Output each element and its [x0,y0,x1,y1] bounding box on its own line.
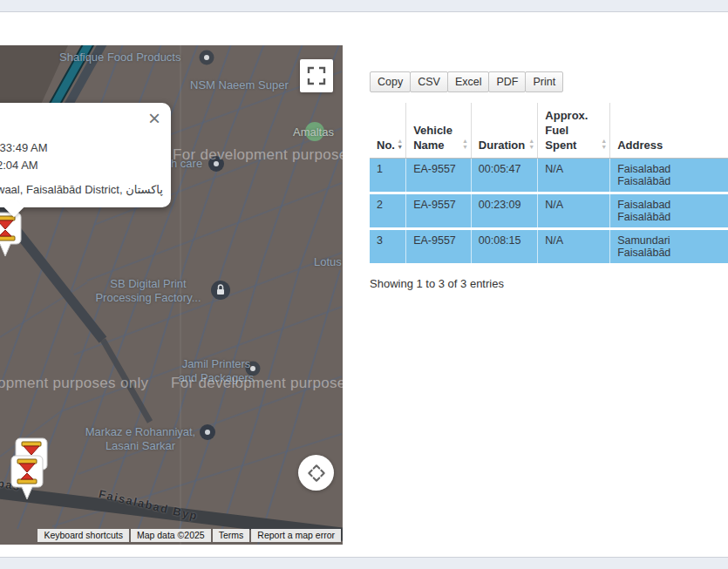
table-header-row: No. Vehicle Name Duration Approx. Fuel S… [370,103,728,159]
map-canvas[interactable]: Shafique Food Products NSM Naeem Super A… [0,45,343,545]
fullscreen-button[interactable] [300,59,333,92]
copy-button[interactable]: Copy [370,71,411,92]
column-header-fuel-spent[interactable]: Approx. Fuel Spent [538,103,610,159]
map-infowindow: × :33:49 AM 2:04 AM waal, Faisalābād Dis… [0,103,171,207]
sort-icon [528,139,534,150]
stop-marker-3-hourglass-icon[interactable] [10,455,44,502]
table-row[interactable]: 2 EA-9557 00:23:09 N/A FaisalabadFaisalā… [370,193,728,229]
keyboard-shortcuts-link[interactable]: Keyboard shortcuts [37,529,128,542]
map-label-markaz-line1: Markaz e Rohanniyat, [85,425,195,438]
map-data-copyright: Map data ©2025 [131,529,211,542]
cell-fuel: N/A [538,159,610,193]
map-label-amaltas: Amaltas [293,125,334,139]
cell-vehicle: EA-9557 [406,193,472,229]
stop-marker-1-hourglass-icon[interactable] [0,212,23,259]
table-row[interactable]: 1 EA-9557 00:05:47 N/A FaisalabadFaisalā… [370,159,728,193]
table-row[interactable]: 3 EA-9557 00:08:15 N/A SamundariFaisalāb… [370,229,728,265]
pdf-button[interactable]: PDF [488,71,526,92]
cell-address: FaisalabadFaisalābād [610,159,728,193]
cell-vehicle: EA-9557 [406,229,472,265]
map-attribution: Keyboard shortcuts Map data ©2025 Terms … [37,529,341,542]
cell-no: 3 [370,229,406,265]
cell-no: 1 [370,159,406,193]
sort-icon [462,139,468,150]
infowindow-time-end: 2:04 AM [0,159,38,172]
column-header-vehicle-name[interactable]: Vehicle Name [406,103,472,159]
excel-button[interactable]: Excel [447,71,490,92]
bottom-bar [0,557,728,569]
export-button-group: Copy CSV Excel PDF Print [370,71,728,92]
dev-watermark-1: For development purposes on [173,146,343,164]
cell-duration: 00:23:09 [471,193,537,229]
cell-fuel: N/A [538,229,610,265]
column-header-address[interactable]: Address [610,103,728,159]
column-header-duration[interactable]: Duration [471,103,537,159]
cell-no: 2 [370,193,406,229]
close-icon[interactable]: × [148,108,160,129]
cell-vehicle: EA-9557 [406,159,472,193]
report-map-error-link[interactable]: Report a map error [251,529,341,542]
column-header-no[interactable]: No. [370,103,406,159]
map-label-lotus: Lotus [314,255,342,269]
map-label-sb-line1: SB Digital Print [110,277,186,290]
dev-watermark-2: opment purposes only [0,375,148,392]
top-bar [0,0,728,12]
map-label-markaz-line2: Lasani Sarkar [105,439,175,452]
pan-button[interactable] [298,455,334,491]
map-label-jamil-line1: Jamil Printers [182,357,251,370]
cell-fuel: N/A [538,193,610,229]
map-label-nsm: NSM Naeem Super [190,78,289,92]
csv-button[interactable]: CSV [410,71,448,92]
print-button[interactable]: Print [525,71,563,92]
table-summary: Showing 1 to 3 of 3 entries [370,277,728,290]
map-label-shafique: Shafique Food Products [59,51,180,64]
infowindow-time-start: :33:49 AM [0,141,48,154]
cell-address: FaisalabadFaisalābād [610,193,728,229]
sort-icon [601,139,607,150]
sort-icon [397,139,403,150]
map-label-sb-line2: Processing Factory... [95,291,201,304]
cell-address: SamundariFaisalābād [610,229,728,265]
cell-duration: 00:08:15 [471,229,537,265]
terms-link[interactable]: Terms [213,529,250,542]
stops-table: No. Vehicle Name Duration Approx. Fuel S… [370,103,728,266]
pan-arrows-icon [305,462,328,484]
infowindow-address: waal, Faisalābād District, پاکستان [0,183,163,196]
cell-duration: 00:05:47 [471,159,537,193]
fullscreen-icon [306,65,327,86]
stops-table-panel: Copy CSV Excel PDF Print No. Vehicle Nam… [370,71,728,290]
dev-watermark-3: For development purposes on [171,375,343,392]
